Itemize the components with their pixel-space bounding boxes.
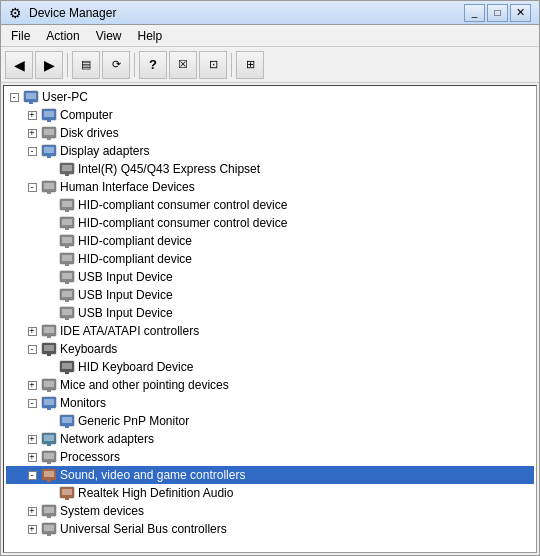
tree-expander[interactable]: +	[24, 503, 40, 519]
tree-node-usb-input-2[interactable]: USB Input Device	[6, 286, 534, 304]
tree-node-sound[interactable]: - Sound, video and game controllers	[6, 466, 534, 484]
node-label: Realtek High Definition Audio	[78, 486, 233, 500]
svg-rect-16	[44, 183, 54, 189]
tree-node-system-devices[interactable]: + System devices	[6, 502, 534, 520]
tree-node-generic-monitor[interactable]: Generic PnP Monitor	[6, 412, 534, 430]
svg-rect-38	[65, 318, 69, 320]
svg-rect-22	[62, 219, 72, 225]
node-label: Disk drives	[60, 126, 119, 140]
menu-bar: File Action View Help	[1, 25, 539, 47]
node-label: Network adapters	[60, 432, 154, 446]
svg-rect-62	[47, 462, 51, 464]
tree-node-intel-gpu[interactable]: Intel(R) Q45/Q43 Express Chipset	[6, 160, 534, 178]
node-label: Human Interface Devices	[60, 180, 195, 194]
svg-rect-50	[47, 390, 51, 392]
tree-expander[interactable]: +	[24, 377, 40, 393]
device-icon-mouse	[41, 377, 57, 393]
tree-expander[interactable]: +	[24, 521, 40, 537]
tree-indent	[6, 269, 42, 285]
device-icon-ide	[41, 323, 57, 339]
tree-node-usb-input-3[interactable]: USB Input Device	[6, 304, 534, 322]
extra-button[interactable]: ⊞	[236, 51, 264, 79]
tree-expander[interactable]: -	[24, 143, 40, 159]
forward-button[interactable]: ▶	[35, 51, 63, 79]
tree-node-display-adapters[interactable]: - Display adapters	[6, 142, 534, 160]
tree-expander[interactable]: -	[24, 341, 40, 357]
tree-node-hid-device-1[interactable]: HID-compliant device	[6, 232, 534, 250]
menu-help[interactable]: Help	[130, 27, 171, 45]
tree-indent	[6, 305, 42, 321]
menu-action[interactable]: Action	[38, 27, 87, 45]
svg-rect-1	[26, 93, 36, 99]
tree-expander[interactable]: +	[24, 107, 40, 123]
svg-rect-13	[62, 165, 72, 171]
svg-rect-28	[62, 255, 72, 261]
minimize-button[interactable]: _	[464, 4, 485, 22]
tree-expander[interactable]: -	[24, 179, 40, 195]
device-icon-system	[41, 503, 57, 519]
device-icon-computer	[41, 107, 57, 123]
scan-button[interactable]: ⊡	[199, 51, 227, 79]
tree-expander[interactable]: -	[24, 395, 40, 411]
tree-node-user-pc[interactable]: - User-PC	[6, 88, 534, 106]
menu-file[interactable]: File	[3, 27, 38, 45]
tree-node-hid[interactable]: - Human Interface Devices	[6, 178, 534, 196]
node-label: User-PC	[42, 90, 88, 104]
tree-node-hid-device-2[interactable]: HID-compliant device	[6, 250, 534, 268]
svg-rect-55	[62, 417, 72, 423]
tree-node-usb-controllers[interactable]: + Universal Serial Bus controllers	[6, 520, 534, 538]
node-label: Intel(R) Q45/Q43 Express Chipset	[78, 162, 260, 176]
close-button[interactable]: ✕	[510, 4, 531, 22]
window-title: Device Manager	[29, 6, 116, 20]
node-label: USB Input Device	[78, 288, 173, 302]
tree-node-usb-input-1[interactable]: USB Input Device	[6, 268, 534, 286]
tree-node-ide[interactable]: + IDE ATA/ATAPI controllers	[6, 322, 534, 340]
device-icon-usb	[41, 521, 57, 537]
tree-node-monitors[interactable]: - Monitors	[6, 394, 534, 412]
tree-expander[interactable]: +	[24, 449, 40, 465]
tree-expander	[42, 269, 58, 285]
tree-expander[interactable]: +	[24, 431, 40, 447]
tree-expander[interactable]: -	[24, 467, 40, 483]
help-button[interactable]: ?	[139, 51, 167, 79]
tree-node-computer[interactable]: + Computer	[6, 106, 534, 124]
tree-node-disk-drives[interactable]: + Disk drives	[6, 124, 534, 142]
node-label: USB Input Device	[78, 306, 173, 320]
tree-expander[interactable]: +	[24, 125, 40, 141]
svg-rect-61	[44, 453, 54, 459]
svg-rect-14	[65, 174, 69, 176]
device-icon-display	[41, 143, 57, 159]
node-label: IDE ATA/ATAPI controllers	[60, 324, 199, 338]
node-label: HID-compliant device	[78, 252, 192, 266]
device-tree[interactable]: - User-PC+ Computer+ Disk drives- Displa…	[3, 85, 537, 553]
maximize-button[interactable]: □	[487, 4, 508, 22]
properties-button[interactable]: ▤	[72, 51, 100, 79]
device-icon-monitor	[41, 395, 57, 411]
tree-expander[interactable]: -	[6, 89, 22, 105]
tree-expander	[42, 485, 58, 501]
back-button[interactable]: ◀	[5, 51, 33, 79]
tree-indent	[6, 251, 42, 267]
device-icon-network	[41, 431, 57, 447]
tree-node-hid-keyboard[interactable]: HID Keyboard Device	[6, 358, 534, 376]
svg-rect-56	[65, 426, 69, 428]
device-icon-hid	[59, 287, 75, 303]
tree-node-hid-consumer-2[interactable]: HID-compliant consumer control device	[6, 214, 534, 232]
tree-node-mice[interactable]: + Mice and other pointing devices	[6, 376, 534, 394]
tree-expander[interactable]: +	[24, 323, 40, 339]
device-icon-disk	[41, 125, 57, 141]
update-driver-button[interactable]: ⟳	[102, 51, 130, 79]
tree-node-network[interactable]: + Network adapters	[6, 430, 534, 448]
node-label: HID Keyboard Device	[78, 360, 193, 374]
svg-rect-29	[65, 264, 69, 266]
menu-view[interactable]: View	[88, 27, 130, 45]
tree-node-realtek[interactable]: Realtek High Definition Audio	[6, 484, 534, 502]
svg-rect-71	[47, 516, 51, 518]
tree-indent	[6, 359, 42, 375]
svg-rect-64	[44, 471, 54, 477]
tree-node-processors[interactable]: + Processors	[6, 448, 534, 466]
uninstall-button[interactable]: ☒	[169, 51, 197, 79]
tree-indent	[6, 143, 24, 159]
tree-node-keyboards[interactable]: - Keyboards	[6, 340, 534, 358]
tree-node-hid-consumer-1[interactable]: HID-compliant consumer control device	[6, 196, 534, 214]
